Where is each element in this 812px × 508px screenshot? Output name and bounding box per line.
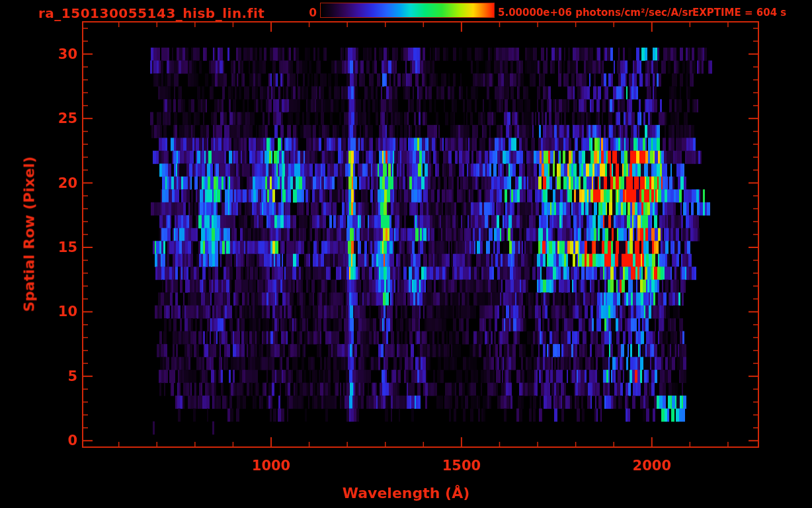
colorbar-gradient [320,3,495,18]
colorbar-min-label: 0 [291,6,317,19]
y-tick-label: 25 [0,110,77,127]
colorbar-max-label: 5.00000e+06 photons/cm²/sec/A/sr [498,7,693,19]
spectrogram-viewer-window: ra_150130055143_hisb_lin.fit 0 5.00000e+… [0,0,812,508]
x-axis-title: Wavelength (Å) [0,485,812,501]
y-tick-label: 0 [0,432,77,449]
y-tick-label: 15 [0,239,77,256]
x-tick-label: 2000 [619,458,685,474]
x-tick-label: 1500 [428,458,495,474]
exptime-label: EXPTIME = 604 s [692,7,786,19]
fits-filename-title: ra_150130055143_hisb_lin.fit [38,5,264,21]
y-tick-label: 10 [0,303,77,320]
spectrogram-canvas [0,0,812,508]
y-tick-label: 5 [0,368,77,385]
y-tick-label: 20 [0,175,77,192]
x-tick-label: 1000 [238,458,304,474]
y-tick-label: 30 [0,46,77,63]
